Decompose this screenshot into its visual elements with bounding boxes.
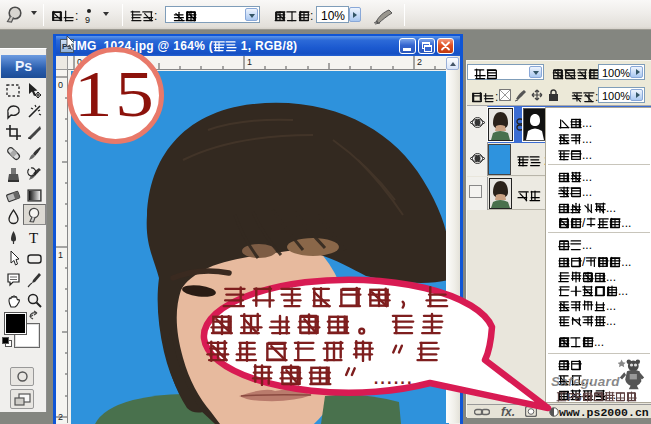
svg-text:0: 0	[58, 80, 63, 90]
svg-text:2: 2	[58, 412, 63, 422]
svg-text:1: 1	[58, 250, 63, 260]
svg-text:1: 1	[247, 57, 252, 67]
svg-text:T: T	[29, 230, 38, 246]
svg-text:2: 2	[417, 57, 422, 67]
